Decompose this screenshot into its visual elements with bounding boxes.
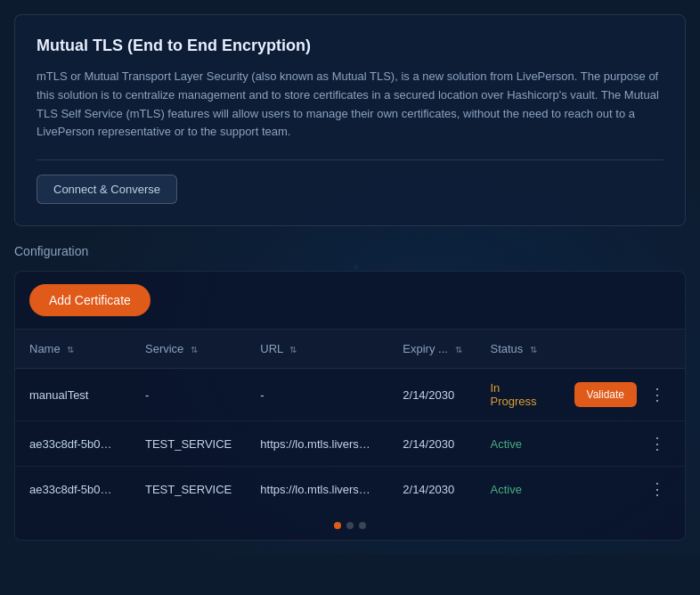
mtls-description: mTLS or Mutual Transport Layer Security … [37, 68, 663, 142]
cell-name-2: ae33c8df-5b0a-42fb-94... [15, 467, 131, 512]
table-body: manualTest - - 2/14/2030 In Progress Val… [15, 369, 685, 512]
more-options-button-0[interactable]: ⋮ [644, 385, 671, 404]
sort-icon-expiry: ⇅ [455, 345, 462, 355]
page-dot-1 [334, 522, 341, 529]
sort-icon-status: ⇅ [530, 345, 537, 355]
sort-icon-service: ⇅ [191, 345, 198, 355]
more-options-button-1[interactable]: ⋮ [644, 434, 671, 453]
table-row: ae33c8df-5b0a-42fb-94... TEST_SERVICE ht… [15, 421, 685, 467]
card-divider [37, 159, 663, 160]
page-dot-3 [359, 522, 366, 529]
cell-status-1: Active [476, 421, 560, 467]
mtls-card: Mutual TLS (End to End Encryption) mTLS … [14, 14, 686, 226]
col-header-expiry[interactable]: Expiry ... ⇅ [388, 330, 476, 369]
cell-status-2: Active [476, 467, 560, 512]
col-header-status[interactable]: Status ⇅ [476, 330, 560, 369]
table-row: ae33c8df-5b0a-42fb-94... TEST_SERVICE ht… [15, 467, 685, 512]
cell-service-1: TEST_SERVICE [131, 421, 246, 467]
cell-url-0: - [246, 369, 388, 421]
cell-expiry-1: 2/14/2030 [388, 421, 476, 467]
add-certificate-button[interactable]: Add Certificate [29, 284, 151, 316]
cell-status-0: In Progress [476, 369, 560, 421]
sort-icon-url: ⇅ [289, 345, 297, 355]
col-header-name[interactable]: Name ⇅ [15, 330, 131, 369]
cell-name-0: manualTest [15, 369, 131, 421]
mtls-title: Mutual TLS (End to End Encryption) [37, 37, 663, 55]
cell-actions-2: ⋮ [560, 467, 685, 512]
col-header-url[interactable]: URL ⇅ [246, 330, 388, 369]
cell-service-2: TEST_SERVICE [131, 467, 246, 512]
configuration-label: Configuration [14, 244, 686, 258]
table-row: manualTest - - 2/14/2030 In Progress Val… [15, 369, 685, 421]
connect-converse-button[interactable]: Connect & Converse [37, 175, 177, 204]
cell-url-2: https://lo.mtls.liverso... [246, 467, 388, 512]
cell-expiry-2: 2/14/2030 [388, 467, 476, 512]
cell-url-1: https://lo.mtls.liverso... [246, 421, 388, 467]
cell-actions-0: Validate ⋮ [560, 369, 685, 421]
cell-name-1: ae33c8df-5b0a-42fb-94... [15, 421, 131, 467]
col-header-service[interactable]: Service ⇅ [131, 330, 246, 369]
page-dot-2 [346, 522, 354, 529]
pagination [15, 511, 685, 540]
validate-button-0[interactable]: Validate [574, 382, 637, 407]
cell-service-0: - [131, 369, 246, 421]
more-options-button-2[interactable]: ⋮ [644, 479, 671, 499]
cell-expiry-0: 2/14/2030 [388, 369, 476, 421]
table-header: Name ⇅ Service ⇅ URL ⇅ Expiry ... [15, 330, 685, 369]
cell-actions-1: ⋮ [560, 421, 685, 467]
configuration-card: Add Certificate Name ⇅ Service ⇅ [14, 271, 686, 541]
col-header-actions [560, 330, 685, 369]
sort-icon-name: ⇅ [67, 345, 74, 355]
add-cert-bar: Add Certificate [15, 272, 685, 330]
table-header-row: Name ⇅ Service ⇅ URL ⇅ Expiry ... [15, 330, 685, 369]
certificates-table: Name ⇅ Service ⇅ URL ⇅ Expiry ... [15, 330, 685, 511]
